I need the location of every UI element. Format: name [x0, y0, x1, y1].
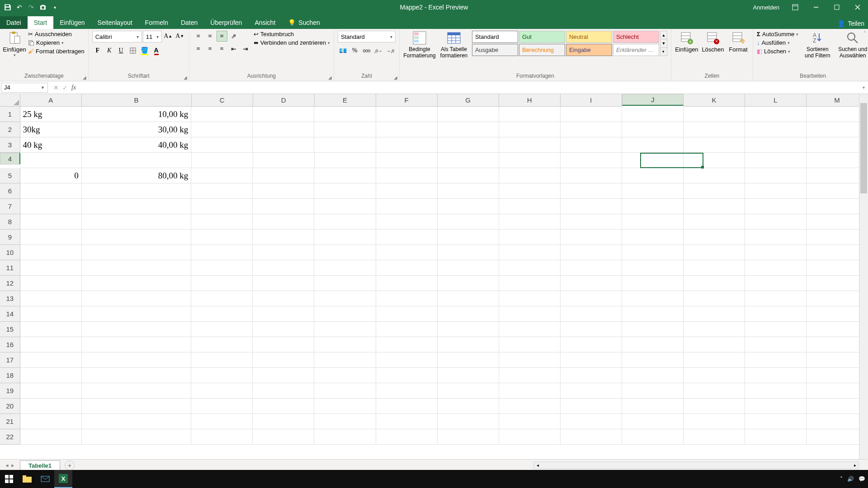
align-middle-icon[interactable]: ≡	[205, 31, 216, 42]
cell[interactable]	[20, 399, 82, 414]
cell[interactable]	[314, 137, 376, 153]
cell[interactable]	[684, 122, 745, 137]
cell[interactable]	[253, 137, 314, 153]
cell[interactable]	[499, 276, 561, 291]
cell[interactable]	[622, 368, 684, 383]
cell[interactable]: 0	[20, 168, 82, 183]
sort-filter-button[interactable]: AZ Sortieren und Filtern	[801, 31, 834, 59]
cell[interactable]	[253, 368, 314, 383]
cell[interactable]	[82, 153, 192, 168]
decrease-indent-icon[interactable]: ⇤	[228, 43, 239, 54]
row-header[interactable]: 13	[0, 291, 20, 306]
cell[interactable]	[376, 122, 438, 137]
close-button[interactable]	[847, 0, 868, 14]
tab-seitenlayout[interactable]: Seitenlayout	[91, 16, 139, 29]
cell[interactable]	[191, 291, 253, 306]
excel-taskbar-icon[interactable]: X	[54, 470, 72, 488]
cell[interactable]	[191, 122, 253, 137]
cell[interactable]	[253, 230, 314, 245]
cell[interactable]	[253, 383, 314, 399]
cell[interactable]	[622, 291, 684, 306]
column-header[interactable]: G	[438, 94, 499, 107]
row-header[interactable]: 11	[0, 260, 20, 276]
cell[interactable]	[253, 153, 315, 168]
cell[interactable]	[622, 107, 684, 122]
bold-button[interactable]: F	[92, 45, 103, 56]
font-launcher[interactable]: ◢	[184, 75, 187, 80]
cell[interactable]	[684, 414, 745, 429]
cell[interactable]	[314, 337, 376, 352]
cell[interactable]	[561, 352, 622, 368]
cell[interactable]	[314, 306, 376, 322]
cell[interactable]	[376, 306, 438, 322]
style-swatch[interactable]: Ausgabe	[472, 44, 518, 56]
cell[interactable]	[622, 183, 684, 199]
fx-icon[interactable]: fx	[71, 84, 79, 91]
cell[interactable]	[622, 322, 684, 337]
cell[interactable]	[745, 414, 807, 429]
align-right-icon[interactable]: ≡	[217, 43, 227, 54]
cell[interactable]	[191, 245, 253, 260]
tray-notifications-icon[interactable]: 💬	[859, 476, 865, 482]
cell[interactable]	[376, 337, 438, 352]
cell[interactable]	[253, 245, 314, 260]
cell[interactable]	[499, 214, 561, 230]
cell[interactable]: 25 kg	[20, 107, 82, 122]
cell[interactable]	[376, 429, 438, 445]
cell[interactable]	[438, 214, 499, 230]
cell[interactable]	[622, 245, 684, 260]
cell[interactable]	[314, 122, 376, 137]
file-explorer-icon[interactable]	[18, 470, 36, 488]
style-swatch[interactable]: Erklärender …	[613, 44, 659, 56]
cell[interactable]	[82, 183, 192, 199]
cell[interactable]	[376, 168, 438, 183]
cell[interactable]	[561, 399, 622, 414]
row-header[interactable]: 7	[0, 199, 20, 214]
cell[interactable]	[561, 153, 622, 168]
cell[interactable]	[684, 245, 745, 260]
cell[interactable]: 30,00 kg	[82, 122, 192, 137]
cell[interactable]	[745, 322, 807, 337]
increase-indent-icon[interactable]: ⇥	[240, 43, 251, 54]
align-bottom-icon[interactable]: ≡	[217, 31, 227, 42]
cell[interactable]	[438, 399, 499, 414]
row-header[interactable]: 18	[0, 368, 20, 383]
row-header[interactable]: 17	[0, 352, 20, 368]
cell[interactable]	[438, 245, 499, 260]
cell[interactable]	[376, 414, 438, 429]
paste-button[interactable]: Einfügen ▾	[4, 31, 25, 57]
alignment-launcher[interactable]: ◢	[328, 75, 332, 80]
tab-überprüfen[interactable]: Überprüfen	[204, 16, 248, 29]
cell[interactable]	[253, 352, 314, 368]
cell[interactable]	[438, 199, 499, 214]
cell[interactable]	[82, 306, 192, 322]
cell[interactable]	[191, 168, 253, 183]
cell[interactable]	[253, 276, 314, 291]
cell[interactable]	[82, 368, 192, 383]
cell[interactable]	[20, 260, 82, 276]
cell[interactable]	[20, 322, 82, 337]
cell[interactable]	[499, 337, 561, 352]
row-header[interactable]: 21	[0, 414, 20, 429]
cell[interactable]	[191, 183, 253, 199]
row-header[interactable]: 20	[0, 399, 20, 414]
cell[interactable]	[20, 230, 82, 245]
row-header[interactable]: 15	[0, 322, 20, 337]
cell[interactable]	[376, 245, 438, 260]
cell[interactable]	[499, 107, 561, 122]
cell[interactable]	[20, 276, 82, 291]
signin-link[interactable]: Anmelden	[753, 4, 779, 11]
cell[interactable]	[745, 214, 807, 230]
row-header[interactable]: 16	[0, 337, 20, 352]
cell[interactable]	[376, 107, 438, 122]
cell[interactable]	[20, 429, 82, 445]
ribbon-display-icon[interactable]	[785, 0, 806, 14]
cell[interactable]	[191, 230, 253, 245]
cell[interactable]	[82, 399, 192, 414]
column-header[interactable]: B	[82, 94, 192, 107]
enter-formula-icon[interactable]: ✓	[62, 84, 68, 91]
tab-search[interactable]: 💡 Suchen	[282, 16, 326, 29]
cell[interactable]	[438, 276, 499, 291]
cell[interactable]	[314, 322, 376, 337]
cell[interactable]	[499, 199, 561, 214]
